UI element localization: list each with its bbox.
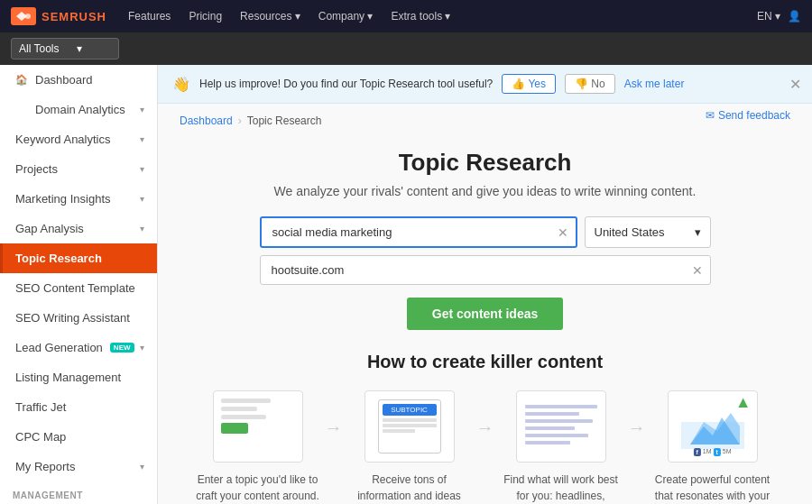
step-4-desc: Create powerful content that resonates w… [650, 472, 776, 504]
inner-content: Dashboard › Topic Research ✉ Send feedba… [158, 104, 812, 504]
clear-domain-icon[interactable]: ✕ [692, 263, 703, 278]
search-row: ✕ United States ▾ [260, 216, 711, 248]
step-2-image: SUBTOPIC [364, 390, 455, 463]
sidebar-item-my-reports[interactable]: My Reports ▾ [0, 452, 157, 481]
topic-input-wrap: ✕ [260, 216, 577, 248]
sidebar-item-topic-research[interactable]: Topic Research [0, 243, 157, 273]
step-3-desc: Find what will work best for you: headli… [498, 472, 624, 504]
nav-resources[interactable]: Resources ▾ [233, 6, 308, 26]
secondary-nav: All Tools ▾ [0, 32, 812, 65]
breadcrumb-home[interactable]: Dashboard [180, 115, 233, 127]
lang-selector[interactable]: EN ▾ [757, 10, 780, 23]
chevron-icon: ▾ [140, 343, 144, 353]
step-3-image [516, 390, 606, 463]
new-badge: NEW [110, 343, 134, 353]
step-1-desc: Enter a topic you'd like to craft your c… [195, 472, 321, 504]
breadcrumb: Dashboard › Topic Research [180, 115, 321, 127]
ask-later-link[interactable]: Ask me later [624, 78, 685, 90]
feedback-message: Help us improve! Do you find our Topic R… [199, 78, 493, 90]
nav-right: EN ▾ 👤 [757, 10, 801, 23]
page-subtitle: We analyze your rivals' content and give… [180, 184, 790, 198]
get-ideas-button[interactable]: Get content ideas [407, 298, 563, 330]
chevron-icon: ▾ [140, 164, 144, 174]
sidebar-item-gap-analysis[interactable]: Gap Analysis ▾ [0, 214, 157, 243]
nav-company[interactable]: Company ▾ [311, 6, 381, 26]
nav-links: Features Pricing Resources ▾ Company ▾ E… [121, 6, 743, 26]
step-4-image: ▲ f 1M t 5M [668, 390, 758, 463]
country-value: United States [595, 225, 665, 239]
chevron-icon: ▾ [140, 194, 144, 204]
chevron-down-icon: ▾ [695, 225, 701, 239]
step-1-image [213, 390, 303, 463]
country-select[interactable]: United States ▾ [585, 216, 711, 248]
how-to-section: How to create killer content Ent [180, 352, 790, 504]
sidebar-item-domain-analytics[interactable]: Domain Analytics ▾ [0, 95, 157, 124]
step-4: ▲ f 1M t 5M Create powerful content that… [650, 390, 776, 504]
svg-point-0 [25, 14, 31, 19]
domain-input-wrap: ✕ [260, 255, 711, 285]
user-menu[interactable]: 👤 [788, 10, 801, 23]
main-layout: 🏠 Dashboard Domain Analytics ▾ Keyword A… [0, 65, 812, 504]
arrow-up-icon: ▲ [735, 393, 752, 412]
home-icon: 🏠 [15, 74, 28, 87]
steps-row: Enter a topic you'd like to craft your c… [180, 390, 790, 504]
logo[interactable]: SEMRUSH [11, 7, 106, 25]
top-nav: SEMRUSH Features Pricing Resources ▾ Com… [0, 0, 812, 32]
wave-icon: 👋 [172, 76, 190, 93]
sidebar-item-seo-writing-assistant[interactable]: SEO Writing Assistant [0, 303, 157, 333]
close-banner-button[interactable]: ✕ [789, 76, 801, 93]
sidebar-item-seo-content-template[interactable]: SEO Content Template [0, 273, 157, 303]
yes-button[interactable]: 👍 Yes [502, 74, 556, 94]
sidebar: 🏠 Dashboard Domain Analytics ▾ Keyword A… [0, 65, 158, 504]
logo-text: SEMRUSH [42, 10, 106, 23]
management-section-title: MANAGEMENT [0, 481, 157, 504]
chevron-icon: ▾ [140, 224, 144, 234]
step-arrow-1: → [321, 417, 346, 438]
sidebar-item-marketing-insights[interactable]: Marketing Insights ▾ [0, 184, 157, 214]
breadcrumb-separator: › [238, 115, 242, 127]
search-area: ✕ United States ▾ ✕ Get content ideas [260, 216, 711, 330]
all-tools-dropdown[interactable]: All Tools ▾ [11, 38, 119, 60]
how-to-title: How to create killer content [180, 352, 790, 372]
breadcrumb-current: Topic Research [247, 115, 322, 127]
sidebar-item-dashboard[interactable]: 🏠 Dashboard [0, 65, 157, 95]
sidebar-item-keyword-analytics[interactable]: Keyword Analytics ▾ [0, 124, 157, 154]
chevron-icon: ▾ [140, 462, 144, 472]
email-icon: ✉ [706, 109, 715, 122]
step-1: Enter a topic you'd like to craft your c… [195, 390, 321, 504]
content-area: 👋 Help us improve! Do you find our Topic… [158, 65, 812, 504]
send-feedback-button[interactable]: ✉ Send feedback [706, 109, 790, 122]
feedback-banner: 👋 Help us improve! Do you find our Topic… [158, 65, 812, 104]
step-arrow-2: → [473, 417, 498, 438]
facebook-badge: f [693, 448, 700, 456]
nav-extra-tools[interactable]: Extra tools ▾ [383, 6, 457, 26]
page-header: Topic Research We analyze your rivals' c… [180, 149, 790, 198]
domain-input[interactable] [268, 256, 692, 284]
chevron-down-icon: ▾ [77, 42, 82, 55]
step-arrow-3: → [624, 417, 650, 438]
logo-icon [11, 7, 36, 25]
page-title: Topic Research [180, 149, 790, 177]
chevron-icon: ▾ [140, 134, 144, 144]
step-2: SUBTOPIC Receive tons of information and… [346, 390, 473, 504]
sidebar-item-projects[interactable]: Projects ▾ [0, 154, 157, 184]
step-3: Find what will work best for you: headli… [498, 390, 624, 504]
no-button[interactable]: 👎 No [565, 74, 615, 94]
chevron-icon: ▾ [140, 105, 144, 115]
topic-input[interactable] [269, 218, 558, 246]
sidebar-item-traffic-jet[interactable]: Traffic Jet [0, 392, 157, 422]
clear-topic-icon[interactable]: ✕ [558, 225, 568, 240]
step-2-desc: Receive tons of information and ideas re… [346, 472, 473, 504]
domain-analytics-icon [15, 104, 28, 116]
nav-features[interactable]: Features [121, 6, 178, 26]
subtopic-label: SUBTOPIC [383, 404, 437, 416]
sidebar-item-cpc-map[interactable]: CPC Map [0, 422, 157, 452]
sidebar-item-listing-management[interactable]: Listing Management [0, 362, 157, 392]
nav-pricing[interactable]: Pricing [181, 6, 229, 26]
twitter-badge: t [714, 448, 721, 456]
sidebar-item-lead-generation[interactable]: Lead Generation NEW ▾ [0, 333, 157, 362]
